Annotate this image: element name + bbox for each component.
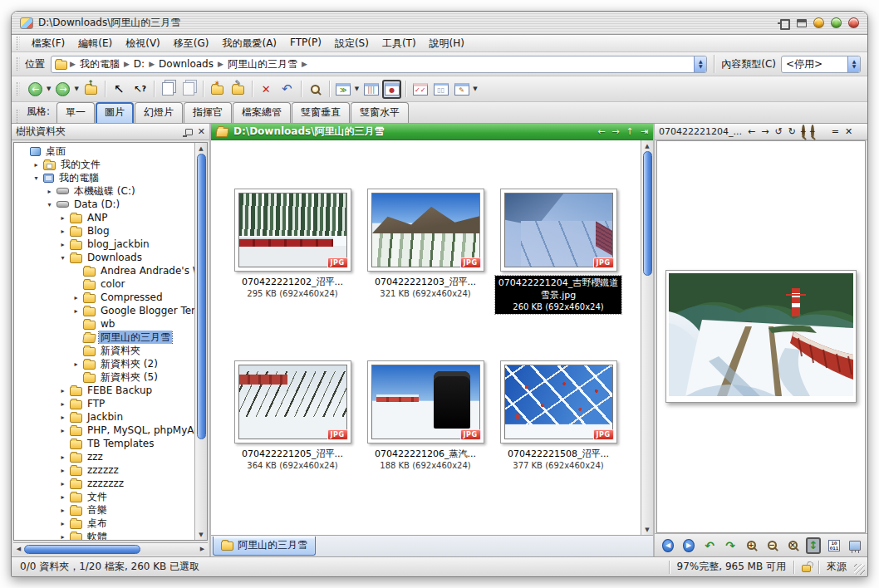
scroll-down-icon[interactable]: ▼ (196, 529, 207, 540)
edit-dropdown-icon[interactable]: ▼ (473, 86, 477, 92)
batch-check-button[interactable]: ✓✓ (410, 80, 430, 99)
tree-item-label[interactable]: 新資料夾 (99, 344, 142, 357)
breadcrumb[interactable]: 我的電腦 (78, 57, 121, 71)
zoom-reset-button[interactable]: × (785, 537, 800, 554)
tree-item[interactable]: ▾ Data (D:) (14, 198, 194, 211)
close-preview-icon[interactable]: ✕ (845, 127, 852, 136)
file-item[interactable]: JPG 070422221508_沼平... 377 KB (692x460x2… (492, 360, 625, 532)
scroll-up-icon[interactable]: ▲ (642, 140, 653, 151)
tree-expander-icon[interactable]: ▾ (59, 254, 66, 262)
tree-vertical-scrollbar[interactable]: ▲ ▼ (194, 143, 207, 540)
window-menu-icon[interactable] (797, 19, 807, 27)
file-item[interactable]: JPG 070422221204_吉野櫻鐵道雪景.jpg 260 KB (692… (492, 189, 625, 360)
tree-expander-icon[interactable]: ▸ (59, 520, 66, 527)
tree-item-label[interactable]: 桌布 (86, 517, 109, 530)
tree-item-label[interactable]: blog_jackbin (86, 238, 151, 250)
tree-item[interactable]: 阿里山的三月雪 (14, 331, 194, 344)
tree-item[interactable]: ▸ Compressed (14, 291, 194, 304)
style-tab-5[interactable]: 雙窗垂直 (292, 102, 350, 123)
toolbar-grip[interactable] (17, 37, 20, 50)
fit-image-button[interactable]: ↕ (806, 537, 821, 554)
undo-button[interactable]: ↶ (277, 80, 297, 99)
menu-item[interactable]: FTP(P) (283, 35, 328, 52)
tree-item-label[interactable]: 新資料夾 (2) (99, 357, 160, 370)
scrollbar-thumb[interactable] (197, 154, 206, 439)
tree-expander-icon[interactable]: ▸ (59, 427, 66, 434)
thumbnail-image[interactable] (238, 365, 347, 439)
tree-expander-icon[interactable]: ▸ (59, 400, 66, 408)
forward-dropdown-icon[interactable]: ▼ (74, 86, 78, 92)
tree-item[interactable]: ▸ 文件 (14, 490, 194, 503)
file-label[interactable]: 070422221206_蒸汽... 188 KB (692x460x24) (359, 448, 492, 470)
tree-item[interactable]: ▸ 音樂 (14, 503, 194, 517)
slideshow-dropdown-icon[interactable]: ▼ (355, 86, 359, 92)
zoom-in-icon[interactable]: + (802, 127, 805, 136)
back-button[interactable]: ← (26, 80, 45, 99)
edit-folder-button[interactable]: ✎ (228, 80, 248, 99)
zoom-out-button[interactable]: − (764, 537, 779, 554)
tree-expander-icon[interactable]: ▸ (32, 161, 40, 169)
projector-button[interactable] (847, 537, 862, 554)
tree-item-label[interactable]: FEBE Backup (86, 385, 154, 396)
menu-item[interactable]: 說明(H) (423, 35, 471, 52)
menu-item[interactable]: 我的最愛(A) (215, 35, 283, 52)
tree-item-label[interactable]: 音樂 (86, 503, 109, 517)
help-pointer-button[interactable]: ↖? (130, 80, 150, 99)
tree-item-label[interactable]: Blog (86, 225, 111, 237)
scroll-down-icon[interactable]: ▼ (642, 524, 653, 535)
forward-button[interactable]: → (53, 80, 72, 99)
tree-item[interactable]: ▾ 我的電腦 (14, 171, 194, 184)
thumbnail-image[interactable] (504, 365, 613, 439)
edit-image-button[interactable]: ✎ (452, 80, 471, 99)
tree-horizontal-scrollbar[interactable]: ◀ ▶ (13, 542, 208, 555)
file-label[interactable]: 070422221205_沼平... 364 KB (692x460x24) (226, 448, 359, 470)
scroll-left-icon[interactable]: ◀ (13, 544, 24, 555)
tree-item[interactable]: ▸ blog_jackbin (14, 238, 194, 251)
nav-forward-icon[interactable]: → (611, 126, 619, 137)
breadcrumb[interactable]: Downloads (157, 58, 215, 70)
address-spinner[interactable]: ▲▼ (694, 56, 706, 72)
tree-item[interactable]: ▸ PHP, MySQL, phpMyAdmin (14, 424, 194, 437)
folder-up-button[interactable]: ↑ (81, 80, 101, 99)
actual-size-icon[interactable]: = (832, 127, 839, 136)
tree-expander-icon[interactable]: ▸ (59, 467, 66, 474)
file-label[interactable]: 070422221203_沼平... 321 KB (692x460x24) (359, 276, 492, 298)
tree-item-label[interactable]: 文件 (86, 490, 109, 503)
breadcrumb[interactable]: D: (132, 58, 146, 70)
title-bar[interactable]: D:\Downloads\阿里山的三月雪 (12, 12, 867, 35)
scrollbar-thumb[interactable] (643, 151, 652, 276)
pin-window-icon[interactable] (778, 18, 790, 27)
tree-expander-icon[interactable]: ▸ (59, 387, 66, 394)
copy-button[interactable] (159, 80, 178, 99)
toolbar-grip[interactable] (17, 110, 20, 123)
tree-item[interactable]: ▸ Jackbin (14, 410, 194, 424)
zoom-out-icon[interactable]: − (811, 127, 814, 136)
close-tree-icon[interactable]: ✕ (198, 127, 205, 136)
thumbnail-card[interactable]: JPG (500, 360, 617, 443)
file-item[interactable]: JPG 070422221203_沼平... 321 KB (692x460x2… (359, 189, 492, 360)
address-field[interactable]: ▶我的電腦▶D:▶Downloads▶阿里山的三月雪▶ ▲▼ (51, 56, 707, 73)
scroll-up-icon[interactable]: ▲ (196, 143, 207, 154)
tree-expander-icon[interactable]: ▸ (72, 360, 80, 368)
tree-expander-icon[interactable]: ▸ (59, 533, 66, 541)
menu-item[interactable]: 移至(G) (167, 35, 216, 52)
file-item[interactable]: JPG 070422221202_沼平... 295 KB (692x460x2… (226, 189, 359, 360)
resize-grip[interactable] (854, 564, 865, 575)
tree-item[interactable]: Andrea Andrade's Wa (14, 264, 194, 277)
rotate-left-button[interactable]: ↶ (702, 537, 717, 554)
thumbnail-card[interactable]: JPG (234, 360, 351, 443)
tree-item-label[interactable]: 阿里山的三月雪 (99, 331, 172, 344)
rotate-cw-icon[interactable]: ↻ (788, 127, 796, 136)
tree-item[interactable]: ▸ 我的文件 (14, 158, 194, 171)
tree-item[interactable]: TB Templates (14, 437, 194, 450)
toolbar-grip[interactable] (17, 57, 20, 71)
tree-item[interactable]: wb (14, 317, 194, 331)
style-tab-0[interactable]: 單一 (56, 102, 95, 123)
tree-item-label[interactable]: PHP, MySQL, phpMyAdmin (86, 424, 194, 436)
select-pointer-button[interactable]: ↖ (110, 80, 129, 99)
tree-expander-icon[interactable]: ▸ (59, 493, 66, 501)
rotate-ccw-icon[interactable]: ↺ (774, 127, 782, 136)
tree-item-label[interactable]: zzz (86, 451, 105, 463)
tree-item[interactable]: ▸ zzzzzzz (14, 477, 194, 490)
undock-icon[interactable] (185, 129, 193, 135)
